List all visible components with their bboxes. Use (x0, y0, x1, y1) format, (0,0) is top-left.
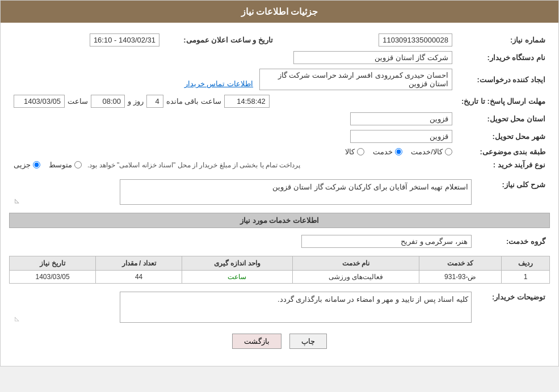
province-box: قزوین (350, 112, 452, 125)
services-section-header: اطلاعات خدمات مورد نیاز (9, 213, 550, 228)
main-container: جزئیات اطلاعات نیاز شماره نیاز: 11030913… (0, 0, 559, 366)
category-label-khadamat: خدمت (373, 147, 393, 156)
buyer-desc-label: توضیحات خریدار: (476, 289, 550, 325)
purchase-label-partial: جزیی (14, 161, 31, 169)
category-radio-kala[interactable] (357, 148, 364, 155)
category-option-khadamat: خدمت (373, 147, 402, 156)
deadline-time-box: 08:00 (91, 95, 125, 108)
creator-link[interactable]: اطلاعات تماس خریدار (184, 79, 253, 88)
category-radio-khadamat[interactable] (395, 148, 402, 155)
province-value: قزوین (9, 110, 457, 128)
services-table-body: 1 ض-93-931 فعالیت‌های ورزشی ساعت 44 1403… (10, 271, 550, 284)
purchase-option-partial: جزیی (14, 161, 40, 169)
cell-row: 1 (502, 271, 550, 284)
buttons-row: چاپ بازگشت (9, 334, 550, 357)
buyer-resize-handle: ◺ (15, 315, 19, 322)
buyer-org-value: شرکت گاز استان قزوین (9, 49, 457, 66)
purchase-note: پرداخت تمام یا بخشی از مبلغ خریدار از مح… (87, 161, 300, 169)
deadline-row: مهلت ارسال پاسخ: تا تاریخ: 14:58:42 ساعت… (9, 92, 550, 110)
description-label: شرح کلی نیاز: (476, 177, 550, 207)
buyer-desc-table: توضیحات خریدار: کلیه اسناد پس از تایید و… (9, 289, 550, 325)
page-title: جزئیات اطلاعات نیاز (241, 7, 318, 16)
request-number-row: شماره نیاز: 1103091335000028 تاریخ و ساع… (9, 31, 550, 49)
buyer-org-row: نام دستگاه خریدار: شرکت گاز استان قزوین (9, 49, 550, 66)
services-header-row: ردیف کد خدمت نام خدمت واحد اندازه گیری ت… (10, 256, 550, 271)
purchase-option-medium: متوسط (49, 161, 82, 169)
city-row: شهر محل تحویل: قزوین (9, 128, 550, 145)
creator-row: ایجاد کننده درخواست: احسان حیدری کمررودی… (9, 66, 550, 92)
category-label-kala-khadamat: کالا/خدمت (411, 147, 443, 156)
buyer-desc-value: کلیه اسناد پس از تایید و مهر و امضاء در … (278, 295, 468, 304)
category-radio-group: کالا/خدمت خدمت کالا (14, 147, 452, 156)
col-date: تاریخ نیاز (10, 256, 96, 271)
creator-value-cell: احسان حیدری کمررودی افسر ارشد حراست شرکت… (9, 66, 457, 92)
purchase-type-cell: پرداخت تمام یا بخشی از مبلغ خریدار از مح… (9, 158, 457, 171)
cell-name: فعالیت‌های ورزشی (292, 271, 419, 284)
description-row: شرح کلی نیاز: استعلام تهیه استخر آقایان … (9, 177, 550, 207)
buyer-desc-cell: کلیه اسناد پس از تایید و مهر و امضاء در … (9, 289, 476, 325)
table-row: 1 ض-93-931 فعالیت‌های ورزشی ساعت 44 1403… (10, 271, 550, 284)
category-label: طبقه بندی موضوعی: (457, 145, 550, 158)
group-service-box: هنر، سرگرمی و تفریح (301, 235, 472, 248)
col-unit: واحد اندازه گیری (182, 256, 293, 271)
services-table: ردیف کد خدمت نام خدمت واحد اندازه گیری ت… (9, 256, 550, 284)
buyer-desc-box: کلیه اسناد پس از تایید و مهر و امضاء در … (120, 292, 472, 323)
announce-label: تاریخ و ساعت اعلان عمومی: (164, 31, 278, 49)
col-quantity: تعداد / مقدار (96, 256, 182, 271)
buyer-org-label: نام دستگاه خریدار: (457, 49, 550, 66)
deadline-remaining-box: 14:58:42 (224, 95, 270, 108)
cell-date: 1403/03/05 (10, 271, 96, 284)
back-button[interactable]: بازگشت (232, 334, 281, 349)
description-box: استعلام تهیه استخر آقایان برای کارکنان ش… (120, 179, 472, 205)
category-option-kala: کالا (345, 147, 364, 156)
content-area: شماره نیاز: 1103091335000028 تاریخ و ساع… (1, 23, 558, 366)
category-option-kala-khadamat: کالا/خدمت (411, 147, 452, 156)
cell-quantity: 44 (96, 271, 182, 284)
group-service-table: گروه خدمت: هنر، سرگرمی و تفریح (9, 233, 550, 250)
announce-value: 1403/02/31 - 16:10 (9, 31, 164, 49)
description-value: استعلام تهیه استخر آقایان برای کارکنان ش… (272, 183, 468, 191)
creator-label: ایجاد کننده درخواست: (457, 66, 550, 92)
group-service-row: گروه خدمت: هنر، سرگرمی و تفریح (9, 233, 550, 250)
creator-box: احسان حیدری کمررودی افسر ارشد حراست شرکت… (259, 69, 452, 90)
buyer-org-box: شرکت گاز استان قزوین (293, 51, 452, 64)
page-header: جزئیات اطلاعات نیاز (1, 1, 558, 23)
deadline-date-box: 1403/03/05 (14, 95, 65, 108)
print-button[interactable]: چاپ (289, 334, 327, 349)
request-number-value: 1103091335000028 (295, 31, 457, 49)
category-cell: کالا/خدمت خدمت کالا (9, 145, 457, 158)
info-table: شماره نیاز: 1103091335000028 تاریخ و ساع… (9, 31, 550, 171)
city-value: قزوین (9, 128, 457, 145)
cell-code: ض-93-931 (419, 271, 502, 284)
city-label: شهر محل تحویل: (457, 128, 550, 145)
deadline-days-box: 4 (146, 95, 163, 108)
purchase-radio-medium[interactable] (74, 161, 82, 168)
category-radio-kala-khadamat[interactable] (445, 148, 452, 155)
purchase-radio-partial[interactable] (33, 161, 40, 168)
buyer-desc-row: توضیحات خریدار: کلیه اسناد پس از تایید و… (9, 289, 550, 325)
request-number-box: 1103091335000028 (379, 33, 452, 47)
purchase-type-row: نوع فرآیند خرید : پرداخت تمام یا بخشی از… (9, 158, 550, 171)
category-label-kala: کالا (345, 147, 355, 156)
deadline-day-label: روز و (128, 97, 144, 106)
description-cell: استعلام تهیه استخر آقایان برای کارکنان ش… (9, 177, 476, 207)
deadline-remaining-label: ساعت باقی مانده (166, 97, 221, 106)
group-service-value: هنر، سرگرمی و تفریح (9, 233, 476, 250)
city-box: قزوین (350, 130, 452, 143)
services-table-head: ردیف کد خدمت نام خدمت واحد اندازه گیری ت… (10, 256, 550, 271)
deadline-time-row: 14:58:42 ساعت باقی مانده 4 روز و 08:00 س… (14, 95, 452, 108)
description-wrapper: استعلام تهیه استخر آقایان برای کارکنان ش… (14, 179, 472, 205)
purchase-radio-group: متوسط جزیی (14, 161, 82, 169)
announce-box: 1403/02/31 - 16:10 (90, 33, 159, 47)
province-row: استان محل تحویل: قزوین (9, 110, 550, 128)
description-table: شرح کلی نیاز: استعلام تهیه استخر آقایان … (9, 177, 550, 207)
purchase-type-row-inner: پرداخت تمام یا بخشی از مبلغ خریدار از مح… (14, 161, 452, 169)
group-service-label: گروه خدمت: (476, 233, 550, 250)
purchase-label-medium: متوسط (49, 161, 72, 169)
request-number-label: شماره نیاز: (457, 31, 550, 49)
buyer-desc-wrapper: کلیه اسناد پس از تایید و مهر و امضاء در … (14, 292, 472, 323)
deadline-cell: 14:58:42 ساعت باقی مانده 4 روز و 08:00 س… (9, 92, 457, 110)
deadline-label: مهلت ارسال پاسخ: تا تاریخ: (457, 92, 550, 110)
col-code: کد خدمت (419, 256, 502, 271)
deadline-time-label: ساعت (68, 97, 88, 106)
